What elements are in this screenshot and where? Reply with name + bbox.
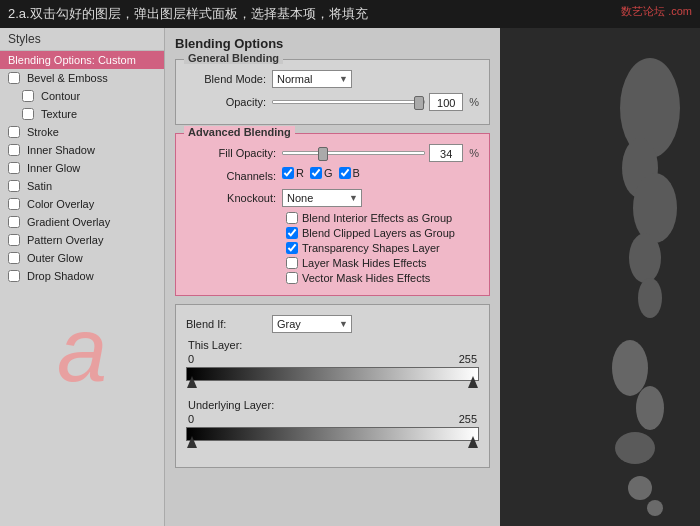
- sidebar-item-pattern-overlay[interactable]: Pattern Overlay: [0, 231, 164, 249]
- knockout-dropdown-arrow-icon: ▼: [349, 193, 358, 203]
- gradient-overlay-checkbox[interactable]: [8, 216, 20, 228]
- this-layer-min: 0: [188, 353, 194, 365]
- opacity-label: Opacity:: [186, 96, 266, 108]
- blend-if-label: Blend If:: [186, 318, 266, 330]
- svg-point-5: [612, 340, 648, 396]
- sidebar-item-inner-shadow[interactable]: Inner Shadow: [0, 141, 164, 159]
- channels-row: Channels: R G B: [186, 167, 479, 184]
- sidebar-item-satin[interactable]: Satin: [0, 177, 164, 195]
- outer-glow-checkbox[interactable]: [8, 252, 20, 264]
- texture-checkbox[interactable]: [22, 108, 34, 120]
- this-layer-label: This Layer:: [188, 339, 242, 351]
- inner-shadow-checkbox[interactable]: [8, 144, 20, 156]
- knockout-row: Knockout: None ▼: [186, 189, 479, 207]
- advanced-blending-section: Advanced Blending Fill Opacity: 34 % Cha…: [175, 133, 490, 296]
- layer-mask-label: Layer Mask Hides Effects: [302, 257, 427, 269]
- underlying-layer-gradient[interactable]: [186, 427, 479, 441]
- blend-mode-dropdown[interactable]: Normal ▼: [272, 70, 352, 88]
- general-blending-section: General Blending Blend Mode: Normal ▼ Op…: [175, 59, 490, 125]
- sidebar-item-outer-glow[interactable]: Outer Glow: [0, 249, 164, 267]
- this-layer-row: This Layer: 0 255: [186, 339, 479, 391]
- sidebar-item-texture[interactable]: Texture: [0, 105, 164, 123]
- knockout-dropdown[interactable]: None ▼: [282, 189, 362, 207]
- blend-if-dropdown-arrow-icon: ▼: [339, 319, 348, 329]
- layer-mask-row: Layer Mask Hides Effects: [286, 257, 479, 269]
- underlying-layer-min: 0: [188, 413, 194, 425]
- watermark: 数艺论坛 .com: [621, 4, 692, 19]
- opacity-row: Opacity: 100 %: [186, 93, 479, 111]
- this-layer-max: 255: [459, 353, 477, 365]
- dialog-title: Blending Options: [175, 36, 490, 51]
- this-layer-label-row: This Layer:: [186, 339, 479, 351]
- styles-panel: Styles Blending Options: Custom Bevel & …: [0, 28, 165, 526]
- blend-if-section: Blend If: Gray ▼ This Layer: 0 255: [175, 304, 490, 468]
- vector-mask-checkbox[interactable]: [286, 272, 298, 284]
- channel-b-label: B: [353, 167, 360, 179]
- blend-checkboxes: Blend Interior Effects as Group Blend Cl…: [186, 212, 479, 284]
- fill-opacity-slider-thumb[interactable]: [318, 147, 328, 161]
- preview-letter: a: [0, 305, 164, 395]
- channel-g-checkbox[interactable]: [310, 167, 322, 179]
- svg-point-3: [629, 233, 661, 283]
- channel-b-checkbox[interactable]: [339, 167, 351, 179]
- sidebar-item-contour[interactable]: Contour: [0, 87, 164, 105]
- stroke-checkbox[interactable]: [8, 126, 20, 138]
- blend-if-dropdown[interactable]: Gray ▼: [272, 315, 352, 333]
- dropdown-arrow-icon: ▼: [339, 74, 348, 84]
- this-layer-thumb-left[interactable]: [187, 376, 197, 388]
- opacity-value[interactable]: 100: [429, 93, 463, 111]
- opacity-unit: %: [469, 96, 479, 108]
- sidebar-item-inner-glow[interactable]: Inner Glow: [0, 159, 164, 177]
- blend-mode-label: Blend Mode:: [186, 73, 266, 85]
- svg-point-2: [633, 173, 677, 243]
- sidebar-item-gradient-overlay[interactable]: Gradient Overlay: [0, 213, 164, 231]
- underlying-layer-thumb-right[interactable]: [468, 436, 478, 448]
- transparency-shapes-checkbox[interactable]: [286, 242, 298, 254]
- sidebar-item-bevel-emboss[interactable]: Bevel & Emboss: [0, 69, 164, 87]
- fill-opacity-slider-track[interactable]: [282, 151, 425, 155]
- this-layer-thumb-right[interactable]: [468, 376, 478, 388]
- channel-r-checkbox[interactable]: [282, 167, 294, 179]
- color-overlay-checkbox[interactable]: [8, 198, 20, 210]
- satin-checkbox[interactable]: [8, 180, 20, 192]
- banner-text: 2.a.双击勾好的图层，弹出图层样式面板，选择基本项，将填充: [8, 5, 692, 23]
- knockout-label: Knockout:: [186, 192, 276, 204]
- bevel-emboss-checkbox[interactable]: [8, 72, 20, 84]
- dark-background: [500, 28, 700, 526]
- sidebar-item-color-overlay[interactable]: Color Overlay: [0, 195, 164, 213]
- contour-checkbox[interactable]: [22, 90, 34, 102]
- channels-checkboxes: R G B: [282, 167, 360, 179]
- blend-interior-row: Blend Interior Effects as Group: [286, 212, 479, 224]
- transparency-shapes-row: Transparency Shapes Layer: [286, 242, 479, 254]
- blend-clipped-label: Blend Clipped Layers as Group: [302, 227, 455, 239]
- opacity-slider-container: 100 %: [272, 93, 479, 111]
- underlying-layer-thumb-left[interactable]: [187, 436, 197, 448]
- fill-opacity-row: Fill Opacity: 34 %: [186, 144, 479, 162]
- svg-point-7: [615, 432, 655, 464]
- channels-label: Channels:: [186, 170, 276, 182]
- inner-glow-checkbox[interactable]: [8, 162, 20, 174]
- layer-mask-checkbox[interactable]: [286, 257, 298, 269]
- blending-options-dialog: Blending Options General Blending Blend …: [165, 28, 500, 526]
- underlying-layer-label-row: Underlying Layer:: [186, 399, 479, 411]
- svg-point-6: [636, 386, 664, 430]
- pattern-overlay-checkbox[interactable]: [8, 234, 20, 246]
- sidebar-item-drop-shadow[interactable]: Drop Shadow: [0, 267, 164, 285]
- drop-shadow-checkbox[interactable]: [8, 270, 20, 282]
- transparency-shapes-label: Transparency Shapes Layer: [302, 242, 440, 254]
- channel-g-label: G: [324, 167, 333, 179]
- blend-clipped-checkbox[interactable]: [286, 227, 298, 239]
- underlying-layer-row: Underlying Layer: 0 255: [186, 399, 479, 451]
- underlying-layer-max: 255: [459, 413, 477, 425]
- blend-interior-checkbox[interactable]: [286, 212, 298, 224]
- this-layer-gradient[interactable]: [186, 367, 479, 381]
- opacity-slider-thumb[interactable]: [414, 96, 424, 110]
- fill-opacity-label: Fill Opacity:: [186, 147, 276, 159]
- fill-opacity-value[interactable]: 34: [429, 144, 463, 162]
- channel-r-item: R: [282, 167, 304, 179]
- opacity-slider-track[interactable]: [272, 100, 425, 104]
- sidebar-item-stroke[interactable]: Stroke: [0, 123, 164, 141]
- blend-interior-label: Blend Interior Effects as Group: [302, 212, 452, 224]
- blend-clipped-row: Blend Clipped Layers as Group: [286, 227, 479, 239]
- sidebar-item-blending-options[interactable]: Blending Options: Custom: [0, 51, 164, 69]
